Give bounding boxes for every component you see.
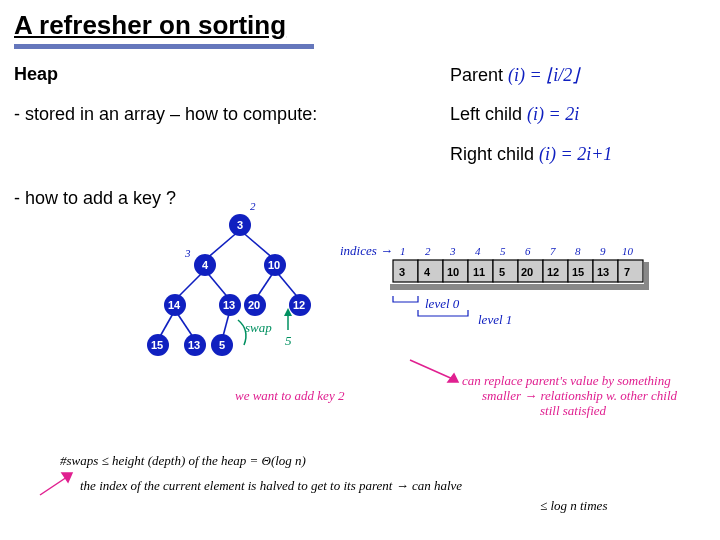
- swaps-line: #swaps ≤ height (depth) of the heap = Θ(…: [60, 453, 306, 468]
- svg-rect-21: [393, 260, 418, 282]
- level0-label: level 0: [425, 296, 460, 311]
- five-label: 5: [285, 333, 292, 348]
- replace-note-1: can replace parent's value by something: [462, 373, 671, 388]
- arr-0: 3: [399, 266, 405, 278]
- indices-label: indices →: [340, 243, 393, 258]
- idx-8: 8: [575, 245, 581, 257]
- svg-rect-30: [618, 260, 643, 282]
- swap-label: swap: [245, 320, 272, 335]
- addkey2-note: we want to add key 2: [235, 388, 345, 403]
- arr-3: 11: [473, 266, 485, 278]
- heap-tree-diagram: 3 4 10 14 13 20 12 15 13 5 2 3 swap 5 in…: [0, 0, 720, 540]
- tree-node-7: 15: [151, 339, 163, 351]
- idx-4: 4: [475, 245, 481, 257]
- arr-7: 15: [572, 266, 584, 278]
- tree-root-label: 2: [250, 200, 256, 212]
- halved-line: the index of the current element is halv…: [80, 478, 462, 493]
- svg-rect-31: [390, 284, 646, 290]
- level1-label: level 1: [478, 312, 512, 327]
- idx-2: 2: [425, 245, 431, 257]
- svg-rect-25: [493, 260, 518, 282]
- idx-5: 5: [500, 245, 506, 257]
- halved-tail: ≤ log n times: [540, 498, 607, 513]
- tree-node-4: 13: [223, 299, 235, 311]
- idx-10: 10: [622, 245, 634, 257]
- idx-3: 3: [449, 245, 456, 257]
- tree-node-9: 5: [219, 339, 225, 351]
- svg-line-33: [410, 360, 455, 380]
- idx-6: 6: [525, 245, 531, 257]
- replace-note-2: smaller → relationship w. other child: [482, 388, 677, 403]
- arr-9: 7: [624, 266, 630, 278]
- tree-node-8: 13: [188, 339, 200, 351]
- tree-node-0: 3: [237, 219, 243, 231]
- tree-node-6: 12: [293, 299, 305, 311]
- tree-node-5: 20: [248, 299, 260, 311]
- arr-4: 5: [499, 266, 505, 278]
- tree-node-3: 14: [168, 299, 181, 311]
- tree-side-label: 3: [184, 247, 191, 259]
- idx-7: 7: [550, 245, 556, 257]
- svg-rect-32: [644, 262, 649, 290]
- replace-note-3: still satisfied: [540, 403, 607, 418]
- idx-1: 1: [400, 245, 406, 257]
- tree-node-2: 10: [268, 259, 280, 271]
- arr-1: 4: [424, 266, 431, 278]
- svg-marker-36: [62, 473, 72, 482]
- tree-node-1: 4: [202, 259, 209, 271]
- arr-8: 13: [597, 266, 609, 278]
- arr-5: 20: [521, 266, 533, 278]
- arr-6: 12: [547, 266, 559, 278]
- svg-rect-22: [418, 260, 443, 282]
- idx-9: 9: [600, 245, 606, 257]
- arr-2: 10: [447, 266, 459, 278]
